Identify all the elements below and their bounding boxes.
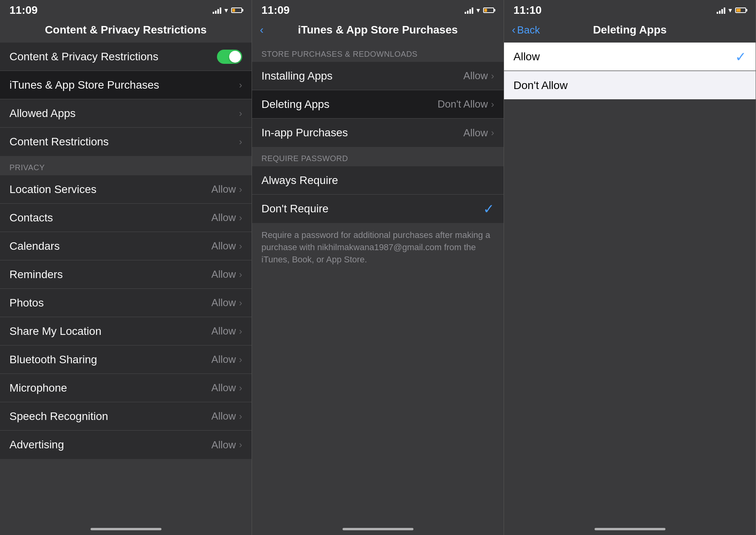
- chevron-contacts: ›: [239, 212, 242, 223]
- main-items-section-1: iTunes & App Store Purchases › Allowed A…: [0, 71, 252, 156]
- photos-label: Photos: [9, 297, 44, 309]
- advertising-row[interactable]: Advertising Allow ›: [0, 431, 252, 459]
- deleting-apps-row[interactable]: Deleting Apps Don't Allow ›: [252, 90, 504, 119]
- toggle-switch-1[interactable]: [217, 50, 242, 64]
- inapp-purchases-row[interactable]: In-app Purchases Allow ›: [252, 119, 504, 147]
- allow-option-label: Allow: [513, 50, 540, 63]
- dont-allow-label: Don't Allow: [513, 79, 568, 92]
- status-time-2: 11:09: [261, 4, 290, 17]
- location-services-row[interactable]: Location Services Allow ›: [0, 175, 252, 204]
- advertising-value: Allow ›: [211, 439, 242, 451]
- page-title-1: Content & Privacy Restrictions: [45, 24, 207, 36]
- allowed-apps-label: Allowed Apps: [9, 107, 76, 120]
- bluetooth-value: Allow ›: [211, 353, 242, 366]
- battery-icon-1: [231, 7, 242, 13]
- panel-deleting-apps: 11:10 ▾ ‹ Back Deleting Apps Allow ✓ Don…: [504, 0, 756, 535]
- contacts-allow-text: Allow: [211, 212, 236, 224]
- location-services-label: Location Services: [9, 183, 96, 196]
- password-items-section: Always Require Don't Require ✓: [252, 166, 504, 223]
- back-button-3[interactable]: ‹ Back: [512, 24, 540, 36]
- allowed-apps-row[interactable]: Allowed Apps ›: [0, 99, 252, 128]
- status-bar-3: 11:10 ▾: [504, 0, 756, 19]
- deleting-apps-value: Don't Allow ›: [437, 98, 494, 110]
- itunes-label: iTunes & App Store Purchases: [9, 79, 159, 91]
- store-items-section: Installing Apps Allow › Deleting Apps Do…: [252, 62, 504, 147]
- share-location-allow-text: Allow: [211, 325, 236, 337]
- share-location-value: Allow ›: [211, 325, 242, 337]
- wifi-icon-1: ▾: [224, 6, 228, 15]
- status-bar-2: 11:09 ▾: [252, 0, 504, 19]
- chevron-inapp: ›: [491, 127, 494, 138]
- deleting-dont-allow-text: Don't Allow: [437, 98, 488, 110]
- microphone-row[interactable]: Microphone Allow ›: [0, 374, 252, 402]
- speech-recognition-row[interactable]: Speech Recognition Allow ›: [0, 402, 252, 431]
- chevron-icon-content: ›: [239, 136, 242, 147]
- chevron-speech: ›: [239, 411, 242, 422]
- contacts-label: Contacts: [9, 212, 53, 224]
- password-description: Require a password for additional purcha…: [252, 223, 504, 275]
- bluetooth-label: Bluetooth Sharing: [9, 353, 97, 366]
- wifi-icon-2: ▾: [476, 6, 480, 15]
- content-restrictions-label: Content Restrictions: [9, 136, 109, 148]
- back-button-2[interactable]: ‹: [260, 24, 263, 35]
- calendars-label: Calendars: [9, 240, 60, 253]
- chevron-icon-itunes: ›: [239, 80, 242, 91]
- content-restrictions-value: ›: [239, 136, 242, 147]
- privacy-items-section: Location Services Allow › Contacts Allow…: [0, 175, 252, 459]
- share-location-row[interactable]: Share My Location Allow ›: [0, 317, 252, 346]
- chevron-share-location: ›: [239, 326, 242, 337]
- page-title-2: iTunes & App Store Purchases: [298, 24, 458, 36]
- contacts-row[interactable]: Contacts Allow ›: [0, 204, 252, 232]
- chevron-installing: ›: [491, 71, 494, 82]
- nav-header-3: ‹ Back Deleting Apps: [504, 19, 756, 43]
- reminders-value: Allow ›: [211, 268, 242, 281]
- microphone-value: Allow ›: [211, 382, 242, 394]
- nav-header-2: ‹ iTunes & App Store Purchases: [252, 19, 504, 43]
- home-indicator-3: [595, 528, 665, 530]
- status-icons-3: ▾: [717, 6, 746, 15]
- allow-option-row[interactable]: Allow ✓: [504, 43, 756, 71]
- photos-allow-text: Allow: [211, 297, 236, 309]
- content-restrictions-row[interactable]: Content Restrictions ›: [0, 128, 252, 156]
- chevron-deleting: ›: [491, 99, 494, 110]
- dont-require-row[interactable]: Don't Require ✓: [252, 195, 504, 223]
- photos-row[interactable]: Photos Allow ›: [0, 289, 252, 317]
- home-indicator-1: [91, 528, 161, 530]
- speech-allow-text: Allow: [211, 410, 236, 422]
- microphone-label: Microphone: [9, 382, 67, 394]
- calendars-value: Allow ›: [211, 240, 242, 252]
- installing-allow-text: Allow: [463, 70, 488, 82]
- always-require-row[interactable]: Always Require: [252, 166, 504, 195]
- panel-itunes-purchases: 11:09 ▾ ‹ iTunes & App Store Purchases S…: [252, 0, 504, 535]
- chevron-bluetooth: ›: [239, 354, 242, 365]
- speech-value: Allow ›: [211, 410, 242, 422]
- allow-checkmark: ✓: [735, 49, 746, 65]
- battery-icon-3: [735, 7, 746, 13]
- contacts-value: Allow ›: [211, 212, 242, 224]
- signal-icon-1: [213, 7, 221, 14]
- nav-header-1: Content & Privacy Restrictions: [0, 19, 252, 43]
- bluetooth-allow-text: Allow: [211, 353, 236, 366]
- calendars-row[interactable]: Calendars Allow ›: [0, 232, 252, 260]
- toggle-label-1: Content & Privacy Restrictions: [9, 50, 158, 63]
- signal-icon-2: [465, 7, 473, 14]
- microphone-allow-text: Allow: [211, 382, 236, 394]
- chevron-advertising: ›: [239, 439, 242, 450]
- photos-value: Allow ›: [211, 297, 242, 309]
- status-time-3: 11:10: [513, 4, 542, 17]
- inapp-value: Allow ›: [463, 127, 494, 139]
- toggle-section-1: Content & Privacy Restrictions: [0, 43, 252, 71]
- itunes-app-store-row[interactable]: iTunes & App Store Purchases ›: [0, 71, 252, 99]
- wifi-icon-3: ▾: [728, 6, 732, 15]
- reminders-row[interactable]: Reminders Allow ›: [0, 260, 252, 289]
- dont-allow-option-row[interactable]: Don't Allow: [504, 71, 756, 99]
- home-indicator-2: [343, 528, 413, 530]
- back-chevron-2: ‹: [260, 24, 263, 35]
- installing-apps-row[interactable]: Installing Apps Allow ›: [252, 62, 504, 90]
- installing-apps-value: Allow ›: [463, 70, 494, 82]
- chevron-reminders: ›: [239, 269, 242, 280]
- content-privacy-toggle-row[interactable]: Content & Privacy Restrictions: [0, 43, 252, 71]
- bluetooth-row[interactable]: Bluetooth Sharing Allow ›: [0, 346, 252, 374]
- chevron-icon-allowed: ›: [239, 108, 242, 119]
- always-require-label: Always Require: [261, 174, 338, 187]
